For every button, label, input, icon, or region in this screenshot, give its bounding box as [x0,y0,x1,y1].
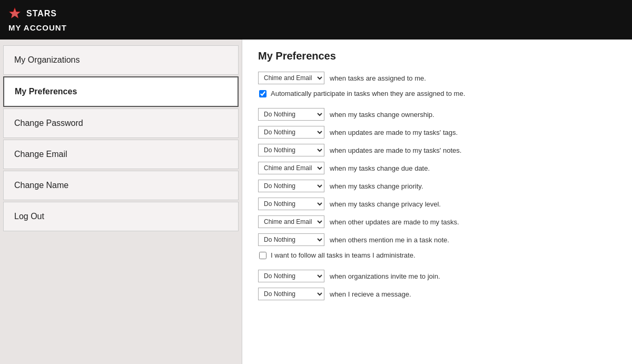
main-content: My Preferences Chime and Email Do Nothin… [242,40,632,364]
label-task-mention: when others mention me in a task note. [330,236,449,244]
select-task-assigned[interactable]: Chime and Email Do Nothing Email Only Ch… [258,72,324,84]
sidebar-item-change-email[interactable]: Change Email [3,140,239,169]
label-auto-participate: Automatically participate in tasks when … [271,90,465,97]
sidebar-item-change-password[interactable]: Change Password [3,109,239,138]
label-task-priority: when my tasks change priority. [330,182,423,190]
pref-row-task-notes: Do Nothing Chime and Email Email Only Ch… [258,144,616,156]
label-task-ownership: when my tasks change ownership. [330,111,434,119]
label-task-other-updates: when other updates are made to my tasks. [330,218,459,226]
pref-row-task-due-date: Chime and Email Do Nothing Email Only Ch… [258,162,616,174]
select-task-mention[interactable]: Do Nothing Chime and Email Email Only Ch… [258,233,324,246]
select-task-notes[interactable]: Do Nothing Chime and Email Email Only Ch… [258,144,324,156]
label-task-assigned: when tasks are assigned to me. [330,74,426,82]
pref-row-org-invite: Do Nothing Chime and Email Email Only Ch… [258,270,616,282]
label-task-privacy: when my tasks change privacy level. [330,200,441,208]
select-task-due-date[interactable]: Chime and Email Do Nothing Email Only Ch… [258,162,324,174]
label-receive-message: when I recieve a message. [330,290,411,298]
checkbox-row-auto-participate: Automatically participate in tasks when … [259,90,616,97]
select-task-ownership[interactable]: Do Nothing Chime and Email Email Only Ch… [258,108,324,121]
header: STARS MY ACCOUNT [0,0,632,40]
sidebar-item-my-organizations[interactable]: My Organizations [3,45,239,75]
pref-row-task-priority: Do Nothing Chime and Email Email Only Ch… [258,180,616,192]
label-task-due-date: when my tasks change due date. [330,164,430,172]
label-org-invite: when organizations invite me to join. [330,272,440,280]
select-receive-message[interactable]: Do Nothing Chime and Email Email Only Ch… [258,288,324,300]
logo-text: STARS [26,9,57,18]
pref-row-task-ownership: Do Nothing Chime and Email Email Only Ch… [258,108,616,121]
pref-row-task-other-updates: Chime and Email Do Nothing Email Only Ch… [258,215,616,228]
sidebar-item-log-out[interactable]: Log Out [3,202,239,231]
checkbox-row-follow-teams: I want to follow all tasks in teams I ad… [259,251,616,259]
account-subtitle: MY ACCOUNT [7,23,625,32]
pref-row-task-assigned: Chime and Email Do Nothing Email Only Ch… [258,72,616,84]
checkbox-auto-participate[interactable] [259,90,266,97]
pref-row-task-mention: Do Nothing Chime and Email Email Only Ch… [258,233,616,246]
select-task-priority[interactable]: Do Nothing Chime and Email Email Only Ch… [258,180,324,192]
label-follow-teams: I want to follow all tasks in teams I ad… [271,251,416,259]
select-org-invite[interactable]: Do Nothing Chime and Email Email Only Ch… [258,270,324,282]
sidebar-item-change-name[interactable]: Change Name [3,171,239,200]
sidebar-item-my-preferences[interactable]: My Preferences [3,76,239,107]
pref-row-receive-message: Do Nothing Chime and Email Email Only Ch… [258,288,616,300]
select-task-other-updates[interactable]: Chime and Email Do Nothing Email Only Ch… [258,215,324,228]
select-task-tags[interactable]: Do Nothing Chime and Email Email Only Ch… [258,126,324,139]
svg-marker-1 [9,8,20,18]
sidebar: My Organizations My Preferences Change P… [0,40,242,364]
pref-row-task-privacy: Do Nothing Chime and Email Email Only Ch… [258,198,616,210]
stars-logo-icon [7,6,22,21]
label-task-notes: when updates are made to my tasks' notes… [330,146,461,154]
checkbox-follow-teams[interactable] [259,252,266,259]
label-task-tags: when updates are made to my tasks' tags. [330,129,458,136]
pref-row-task-tags: Do Nothing Chime and Email Email Only Ch… [258,126,616,139]
page-title: My Preferences [258,50,616,62]
select-task-privacy[interactable]: Do Nothing Chime and Email Email Only Ch… [258,198,324,210]
